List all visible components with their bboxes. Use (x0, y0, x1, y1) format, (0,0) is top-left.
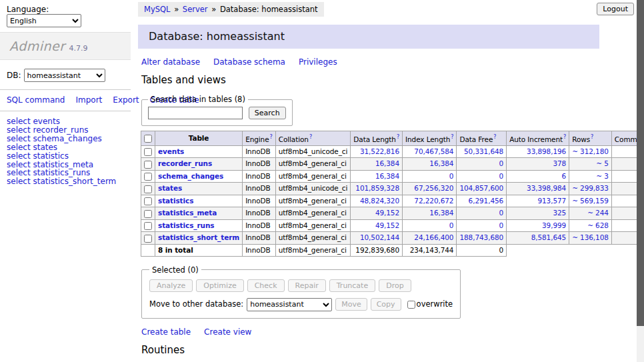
data-length-link[interactable]: 16,384 (375, 159, 399, 167)
check-button[interactable]: Check (247, 279, 285, 292)
breadcrumb-mysql[interactable]: MySQL (144, 5, 171, 14)
help-link[interactable]: ? (451, 134, 453, 140)
help-link[interactable]: ? (493, 134, 496, 140)
optimize-button[interactable]: Optimize (196, 279, 243, 292)
index-length-link[interactable]: 16,384 (429, 209, 453, 217)
auto-increment-link[interactable]: 33,398,984 (527, 184, 566, 192)
auto-increment-link[interactable]: 378 (553, 159, 566, 167)
data-free-link[interactable]: 50,331,648 (464, 147, 503, 155)
data-free-link[interactable]: 188,743,680 (459, 233, 503, 241)
overwrite-checkbox[interactable] (407, 301, 415, 309)
link-create-table[interactable]: Create table (141, 327, 191, 337)
data-length-link[interactable]: 49,152 (375, 221, 399, 229)
table-total-row: 8 in total InnoDB utf8mb4_general_ci 192… (141, 244, 644, 256)
auto-increment-link[interactable]: 6 (562, 172, 567, 180)
data-length-link[interactable]: 31,522,816 (360, 147, 399, 155)
drop-button[interactable]: Drop (379, 279, 411, 292)
move-db-select[interactable]: homeassistant (247, 298, 332, 311)
sidebar-link-sql-command[interactable]: SQL command (7, 95, 65, 105)
data-free-link[interactable]: 6,291,456 (469, 197, 504, 205)
logout-button[interactable]: Logout (597, 3, 634, 15)
index-length-link[interactable]: 0 (449, 221, 454, 229)
row-checkbox[interactable] (144, 235, 152, 243)
table-link-statistics[interactable]: statistics (158, 197, 193, 205)
link-alter-database[interactable]: Alter database (141, 57, 200, 67)
row-checkbox[interactable] (144, 148, 152, 156)
column-header-auto-increment: Auto Increment? (507, 131, 569, 146)
table-link-states[interactable]: states (158, 184, 182, 192)
search-button[interactable]: Search (249, 107, 286, 119)
scrollbar[interactable] (637, 0, 644, 362)
row-checkbox[interactable] (144, 161, 152, 169)
repair-button[interactable]: Repair (288, 279, 326, 292)
table-link-events[interactable]: events (158, 147, 184, 155)
data-length-link[interactable]: 49,152 (375, 209, 399, 217)
sidebar-item-select-statistics-short-term[interactable]: select statistics_short_term (7, 177, 124, 186)
row-checkbox[interactable] (144, 197, 152, 205)
data-length-link[interactable]: 101,859,328 (355, 184, 399, 192)
data-free-link[interactable]: 104,857,600 (459, 184, 503, 192)
language-select[interactable]: English (7, 14, 81, 27)
rows-link[interactable]: ~ 628 (587, 221, 609, 229)
data-free-link[interactable]: 0 (499, 172, 504, 180)
row-checkbox[interactable] (144, 185, 152, 193)
rows-link[interactable]: ~ 244 (587, 209, 609, 217)
table-link-schema-changes[interactable]: schema_changes (158, 172, 223, 180)
sidebar-item-select-schema-changes[interactable]: select schema_changes (7, 135, 124, 143)
rows-link[interactable]: ~ 569,159 (572, 197, 609, 205)
table-link-recorder-runs[interactable]: recorder_runs (158, 159, 212, 167)
link-privileges[interactable]: Privileges (299, 57, 337, 67)
move-button[interactable]: Move (335, 298, 367, 311)
data-free-link[interactable]: 0 (499, 159, 504, 167)
row-checkbox[interactable] (144, 222, 152, 230)
link-database-schema[interactable]: Database schema (213, 57, 285, 67)
sidebar-item-select-events[interactable]: select events (7, 117, 124, 126)
rows-link[interactable]: ~ 3 (596, 172, 609, 180)
sidebar-link-import[interactable]: Import (75, 95, 102, 105)
search-input[interactable] (148, 107, 243, 119)
link-create-view[interactable]: Create view (204, 327, 251, 337)
breadcrumb-server[interactable]: Server (183, 5, 208, 14)
index-length-link[interactable]: 16,384 (429, 159, 453, 167)
help-link[interactable]: ? (309, 134, 312, 140)
help-link[interactable]: ? (563, 134, 566, 140)
data-length-link[interactable]: 48,824,320 (360, 197, 399, 205)
auto-increment-link[interactable]: 39,999 (542, 221, 566, 229)
select-all-checkbox[interactable] (144, 135, 152, 143)
sidebar-item-select-recorder-runs[interactable]: select recorder_runs (7, 126, 124, 135)
rows-link[interactable]: ~ 5 (596, 159, 609, 167)
rows-link[interactable]: ~ 312,180 (572, 147, 609, 155)
auto-increment-link[interactable]: 8,581,645 (531, 233, 567, 241)
data-length-cell: 101,859,328 (351, 183, 403, 195)
row-checkbox[interactable] (144, 173, 152, 181)
data-free-link[interactable]: 0 (499, 221, 504, 229)
help-link[interactable]: ? (591, 134, 593, 140)
table-link-statistics-runs[interactable]: statistics_runs (158, 221, 214, 229)
help-link[interactable]: ? (397, 134, 399, 140)
help-link[interactable]: ? (270, 134, 273, 140)
index-length-link[interactable]: 24,166,400 (414, 233, 453, 241)
auto-increment-link[interactable]: 33,898,196 (527, 147, 566, 155)
auto-increment-link[interactable]: 913,577 (537, 197, 566, 205)
analyze-button[interactable]: Analyze (149, 279, 193, 292)
truncate-button[interactable]: Truncate (329, 279, 375, 292)
index-length-link[interactable]: 70,467,584 (414, 147, 453, 155)
scrollbar-thumb[interactable] (637, 0, 644, 326)
row-checkbox[interactable] (144, 210, 152, 218)
rows-link[interactable]: ~ 299,833 (572, 184, 609, 192)
index-length-link[interactable]: 0 (449, 172, 454, 180)
table-link-statistics-meta[interactable]: statistics_meta (158, 209, 217, 217)
index-length-link[interactable]: 72,220,672 (414, 197, 453, 205)
data-free-link[interactable]: 0 (499, 209, 504, 217)
copy-button[interactable]: Copy (371, 298, 401, 311)
sidebar-item-select-states[interactable]: select states (7, 143, 124, 152)
adminer-logo[interactable]: Adminer 4.7.9 (0, 32, 131, 60)
table-link-statistics-short-term[interactable]: statistics_short_term (158, 233, 239, 241)
index-length-link[interactable]: 67,256,320 (414, 184, 453, 192)
data-length-link[interactable]: 10,502,144 (360, 233, 399, 241)
rows-link[interactable]: ~ 136,108 (572, 233, 609, 241)
db-select[interactable]: homeassistant (24, 69, 105, 82)
auto-increment-link[interactable]: 325 (553, 209, 566, 217)
data-length-link[interactable]: 16,384 (375, 172, 399, 180)
sidebar-item-select-statistics[interactable]: select statistics (7, 152, 124, 161)
